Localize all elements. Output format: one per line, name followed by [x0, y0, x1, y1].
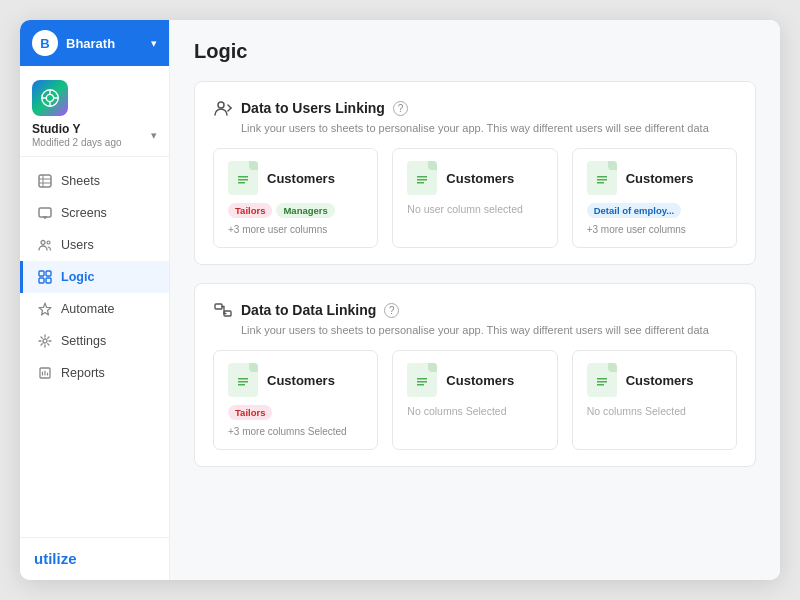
svg-rect-37	[597, 179, 607, 181]
extra-d1: +3 more columns Selected	[228, 424, 347, 439]
card-name-u2: Customers	[446, 171, 514, 186]
svg-rect-41	[236, 372, 250, 388]
sidebar-item-reports[interactable]: Reports	[20, 357, 169, 389]
data-link-icon	[213, 300, 233, 320]
card-header-u2: Customers	[407, 161, 542, 195]
card-header-u3: Customers	[587, 161, 722, 195]
card-tags-u2: No user column selected	[407, 203, 542, 223]
sidebar-label-settings: Settings	[61, 334, 106, 348]
svg-rect-36	[597, 176, 607, 178]
svg-rect-38	[597, 182, 604, 184]
sidebar: B Bharath ▾ Studio Y Modified 2 days ago	[20, 20, 170, 580]
tag-tailors-u1: Tailors	[228, 203, 272, 218]
sheet-card-d1[interactable]: Customers Tailors +3 more columns Select…	[213, 350, 378, 450]
svg-rect-49	[595, 372, 609, 388]
card-name-d2: Customers	[446, 373, 514, 388]
logic-icon	[37, 269, 53, 285]
svg-rect-48	[417, 384, 424, 386]
sidebar-label-sheets: Sheets	[61, 174, 100, 188]
app-name-row[interactable]: Studio Y Modified 2 days ago ▾	[32, 122, 157, 148]
no-col-u2: No user column selected	[407, 203, 523, 223]
tag-managers-u1: Managers	[276, 203, 334, 218]
sidebar-label-screens: Screens	[61, 206, 107, 220]
svg-rect-15	[39, 271, 44, 276]
chevron-down-icon: ▾	[151, 37, 157, 50]
svg-rect-39	[215, 304, 222, 309]
sidebar-item-settings[interactable]: Settings	[20, 325, 169, 357]
sheet-doc-icon-u2	[407, 161, 437, 195]
app-info: Studio Y Modified 2 days ago ▾	[20, 66, 169, 157]
sheet-doc-icon-d2	[407, 363, 437, 397]
sidebar-footer: utilize	[20, 537, 169, 580]
card-header-d3: Customers	[587, 363, 722, 397]
card-header-d1: Customers	[228, 363, 363, 397]
sidebar-label-automate: Automate	[61, 302, 115, 316]
svg-rect-31	[415, 170, 429, 186]
section-header-data: Data to Data Linking ?	[213, 300, 737, 320]
sidebar-nav: Sheets Screens	[20, 157, 169, 537]
sheet-doc-icon-d3	[587, 363, 617, 397]
app-icon	[32, 80, 68, 116]
sheet-card-u2[interactable]: Customers No user column selected	[392, 148, 557, 248]
svg-rect-16	[46, 271, 51, 276]
sheet-card-d2[interactable]: Customers No columns Selected	[392, 350, 557, 450]
card-name-d3: Customers	[626, 373, 694, 388]
svg-rect-28	[238, 176, 248, 178]
card-tags-u3: Detail of employ... +3 more user columns	[587, 203, 722, 237]
svg-rect-43	[238, 381, 248, 383]
app-modified: Modified 2 days ago	[32, 137, 122, 148]
page-title: Logic	[194, 40, 756, 63]
section-header-users: Data to Users Linking ?	[213, 98, 737, 118]
section-desc-data: Link your users to sheets to personalise…	[241, 324, 737, 336]
svg-point-14	[47, 241, 50, 244]
svg-point-19	[43, 339, 47, 343]
users-icon	[37, 237, 53, 253]
sidebar-item-users[interactable]: Users	[20, 229, 169, 261]
data-to-users-section: Data to Users Linking ? Link your users …	[194, 81, 756, 265]
svg-rect-34	[417, 182, 424, 184]
sheets-icon	[37, 173, 53, 189]
svg-point-24	[218, 102, 224, 108]
svg-rect-27	[236, 170, 250, 186]
svg-line-26	[228, 108, 231, 111]
svg-rect-44	[238, 384, 245, 386]
users-cards-row: Customers Tailors Managers +3 more user …	[213, 148, 737, 248]
extra-u3: +3 more user columns	[587, 222, 686, 237]
sheet-doc-icon-u1	[228, 161, 258, 195]
sheet-card-d3[interactable]: Customers No columns Selected	[572, 350, 737, 450]
card-tags-d1: Tailors +3 more columns Selected	[228, 405, 363, 439]
svg-rect-47	[417, 381, 427, 383]
sidebar-header[interactable]: B Bharath ▾	[20, 20, 169, 66]
screens-icon	[37, 205, 53, 221]
sheet-doc-icon-u3	[587, 161, 617, 195]
tag-tailors-d1: Tailors	[228, 405, 272, 420]
data-cards-row: Customers Tailors +3 more columns Select…	[213, 350, 737, 450]
app-name: Studio Y	[32, 122, 122, 136]
svg-rect-32	[417, 176, 427, 178]
no-col-d2: No columns Selected	[407, 405, 506, 425]
card-name-u3: Customers	[626, 171, 694, 186]
card-header-u1: Customers	[228, 161, 363, 195]
sheet-card-u3[interactable]: Customers Detail of employ... +3 more us…	[572, 148, 737, 248]
user-name: Bharath	[66, 36, 143, 51]
help-icon-users[interactable]: ?	[393, 101, 408, 116]
svg-rect-10	[39, 208, 51, 217]
svg-rect-6	[39, 175, 51, 187]
card-tags-u1: Tailors Managers +3 more user columns	[228, 203, 363, 237]
users-link-icon	[213, 98, 233, 118]
help-icon-data[interactable]: ?	[384, 303, 399, 318]
brand-label: utilize	[34, 550, 77, 567]
card-name-u1: Customers	[267, 171, 335, 186]
sidebar-item-automate[interactable]: Automate	[20, 293, 169, 325]
svg-point-1	[46, 94, 53, 101]
card-tags-d2: No columns Selected	[407, 405, 542, 425]
svg-rect-50	[597, 378, 607, 380]
app-logo-icon	[39, 87, 61, 109]
svg-rect-46	[417, 378, 427, 380]
sidebar-item-logic[interactable]: Logic	[20, 261, 169, 293]
sheet-card-u1[interactable]: Customers Tailors Managers +3 more user …	[213, 148, 378, 248]
svg-rect-35	[595, 170, 609, 186]
svg-rect-51	[597, 381, 607, 383]
sidebar-item-screens[interactable]: Screens	[20, 197, 169, 229]
sidebar-item-sheets[interactable]: Sheets	[20, 165, 169, 197]
